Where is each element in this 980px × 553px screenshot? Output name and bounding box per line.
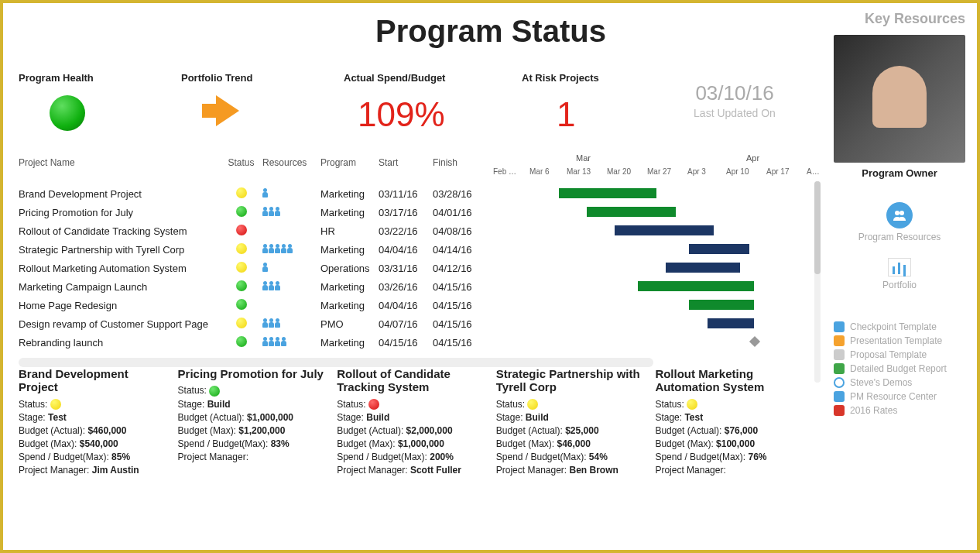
gantt-bar[interactable] (638, 281, 754, 291)
card-budget-max: Budget (Max): $1,200,000 (178, 425, 330, 436)
gantt-tick: Mar 13 (567, 167, 591, 176)
program-cell: Marketing (320, 188, 379, 200)
project-name[interactable]: Home Page Redesign (19, 300, 220, 311)
status-dot-icon (236, 262, 247, 273)
svg-point-0 (895, 211, 899, 215)
person-icon (275, 244, 280, 253)
gantt-bar[interactable] (689, 300, 754, 310)
project-name[interactable]: Strategic Partnership with Tyrell Corp (19, 244, 220, 256)
person-icon (275, 207, 280, 216)
project-card[interactable]: Rollout Marketing Automation SystemStatu… (655, 367, 807, 478)
portfolio-icon[interactable] (888, 258, 911, 276)
person-icon (262, 318, 268, 328)
program-health-indicator-icon (50, 95, 85, 131)
col-program[interactable]: Program (320, 157, 379, 168)
resource-link[interactable]: Proposal Template (834, 349, 965, 360)
gantt-tick: Apr 10 (726, 167, 749, 176)
status-dot-icon (236, 318, 247, 328)
gantt-bar[interactable] (587, 207, 676, 217)
col-finish[interactable]: Finish (433, 157, 487, 168)
card-pm: Project Manager: (178, 452, 330, 462)
project-name[interactable]: Brand Development Project (19, 188, 220, 200)
project-name[interactable]: Rollout Marketing Automation System (19, 263, 220, 274)
person-icon (269, 281, 274, 290)
last-updated-label: Last Updated On (677, 107, 793, 119)
person-icon (262, 244, 268, 253)
file-icon (834, 349, 845, 360)
card-budget-actual: Budget (Actual): $460,000 (19, 425, 170, 436)
project-name[interactable]: Marketing Campaign Launch (19, 281, 220, 293)
project-name[interactable]: Pricing Promotion for July (19, 207, 220, 218)
card-status: Status: (178, 385, 330, 397)
resource-link[interactable]: Checkpoint Template (834, 321, 965, 332)
table-row[interactable]: Rebranding launchMarketing04/15/1604/15/… (19, 333, 807, 352)
resource-link[interactable]: Presentation Template (834, 335, 965, 346)
card-status: Status: (655, 399, 807, 410)
file-icon (834, 335, 845, 346)
col-name[interactable]: Project Name (19, 157, 220, 168)
kpi-risk-label: At Risk Projects (522, 72, 677, 84)
resource-link-label: PM Resource Center (850, 391, 937, 402)
program-cell: Operations (320, 263, 379, 274)
start-date: 03/11/16 (379, 188, 433, 200)
card-title: Rollout of Candidate Tracking System (337, 367, 488, 394)
card-stage: Stage: Build (178, 399, 330, 410)
kpi-spend-value: 109% (358, 95, 522, 134)
gantt-bar[interactable] (615, 225, 714, 235)
table-row[interactable]: Pricing Promotion for JulyMarketing03/17… (19, 203, 807, 222)
portfolio-link[interactable]: Portfolio (834, 280, 965, 290)
vertical-scroll-thumb[interactable] (814, 181, 821, 274)
project-name[interactable]: Design revamp of Customer Support Page (19, 318, 220, 330)
project-name[interactable]: Rebranding launch (19, 337, 220, 349)
card-budget-max: Budget (Max): $1,000,000 (337, 438, 488, 449)
gantt-tick: Mar 20 (607, 167, 631, 176)
program-cell: Marketing (320, 300, 379, 311)
table-row[interactable]: Design revamp of Customer Support PagePM… (19, 314, 807, 333)
table-row[interactable]: Brand Development ProjectMarketing03/11/… (19, 184, 807, 203)
gantt-bar[interactable] (689, 244, 749, 254)
finish-date: 04/15/16 (433, 300, 487, 311)
gantt-bar[interactable] (559, 188, 656, 198)
finish-date: 04/12/16 (433, 263, 487, 274)
program-resources-link[interactable]: Program Resources (834, 232, 965, 242)
gantt-tick: A… (807, 167, 820, 176)
col-start[interactable]: Start (379, 157, 433, 168)
file-icon (834, 363, 845, 374)
card-stage: Stage: Test (655, 412, 807, 423)
program-cell: PMO (320, 318, 379, 330)
gantt-month: Mar (576, 153, 591, 163)
status-dot-icon (236, 225, 247, 235)
project-card[interactable]: Brand Development ProjectStatus: Stage: … (19, 367, 170, 478)
person-icon (281, 244, 286, 253)
project-name[interactable]: Rollout of Candidate Tracking System (19, 225, 220, 237)
project-card[interactable]: Strategic Partnership with Tyrell CorpSt… (496, 367, 648, 478)
resource-link-label: Proposal Template (850, 349, 927, 360)
page-title: Program Status (336, 14, 646, 49)
resource-link-label: Steve's Demos (850, 377, 912, 388)
program-cell: HR (320, 225, 379, 237)
card-budget-max: Budget (Max): $46,000 (496, 438, 648, 449)
program-cell: Marketing (320, 337, 379, 349)
card-budget-actual: Budget (Actual): $76,000 (655, 425, 807, 436)
col-status[interactable]: Status (220, 157, 262, 168)
gantt-bar[interactable] (708, 318, 754, 328)
resource-link[interactable]: PM Resource Center (834, 391, 965, 402)
program-owner-photo[interactable] (834, 35, 965, 163)
resource-link[interactable]: Detailed Budget Report (834, 363, 965, 374)
project-card[interactable]: Pricing Promotion for JulyStatus: Stage:… (178, 367, 330, 478)
horizontal-scrollbar[interactable] (19, 358, 653, 367)
resource-link[interactable]: Steve's Demos (834, 377, 965, 388)
last-updated-date: 03/10/16 (677, 81, 793, 105)
col-resources[interactable]: Resources (262, 157, 320, 168)
gantt-tick: Mar 6 (529, 167, 550, 176)
program-owner-label: Program Owner (834, 167, 965, 179)
resource-link[interactable]: 2016 Rates (834, 405, 965, 416)
project-card[interactable]: Rollout of Candidate Tracking SystemStat… (337, 367, 488, 478)
card-stage: Stage: Build (496, 412, 648, 423)
status-dot-icon (236, 336, 247, 347)
kpi-spend-label: Actual Spend/Budget (344, 72, 522, 84)
program-resources-icon[interactable] (886, 202, 913, 228)
gantt-bar[interactable] (666, 263, 740, 273)
program-cell: Marketing (320, 281, 379, 293)
card-spend-pct: Spend / Budget(Max): 200% (337, 452, 488, 462)
